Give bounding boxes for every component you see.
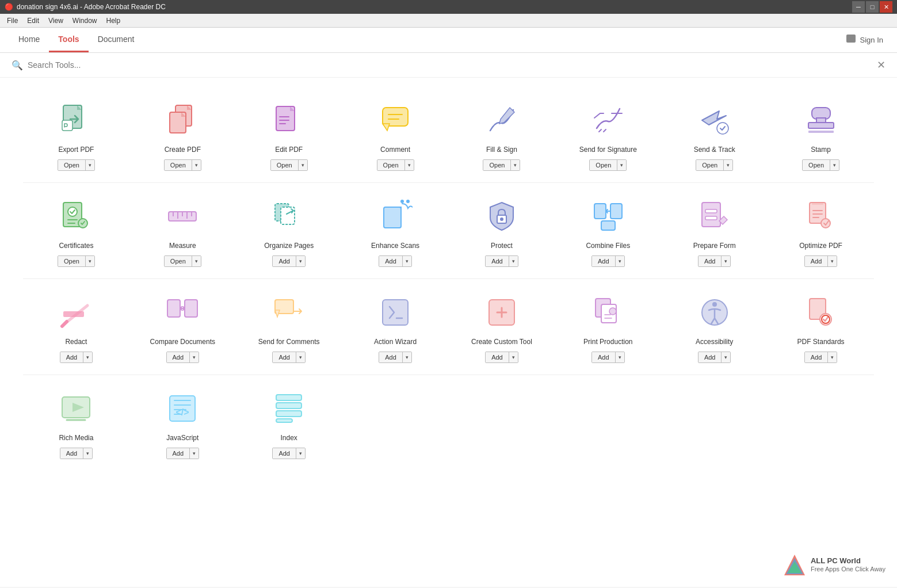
tool-item-rich-media: Rich MediaAdd▾ bbox=[23, 377, 129, 468]
certificates-open-button[interactable]: Open bbox=[58, 256, 86, 266]
index-icon bbox=[269, 389, 308, 428]
print-production-label: Print Production bbox=[583, 338, 632, 347]
tool-item-javascript: </> JavaScriptAdd▾ bbox=[129, 377, 236, 468]
tab-home[interactable]: Home bbox=[9, 28, 49, 52]
stamp-open-button[interactable]: Open bbox=[803, 160, 830, 170]
protect-dropdown-button[interactable]: ▾ bbox=[509, 256, 518, 266]
optimize-pdf-dropdown-button[interactable]: ▾ bbox=[828, 256, 837, 266]
edit-pdf-dropdown-button[interactable]: ▾ bbox=[299, 160, 307, 170]
edit-pdf-open-button[interactable]: Open bbox=[271, 160, 299, 170]
combine-files-add-button[interactable]: Add bbox=[592, 256, 616, 266]
close-search-icon[interactable]: ✕ bbox=[877, 59, 885, 71]
stamp-label: Stamp bbox=[811, 146, 831, 155]
svg-rect-16 bbox=[808, 131, 834, 133]
svg-rect-46 bbox=[167, 300, 180, 317]
accessibility-icon bbox=[695, 293, 734, 332]
tab-document[interactable]: Document bbox=[89, 28, 144, 52]
organize-pages-icon bbox=[269, 197, 308, 236]
index-dropdown-button[interactable]: ▾ bbox=[296, 448, 305, 459]
create-custom-tool-icon bbox=[482, 293, 521, 332]
export-pdf-icon bbox=[56, 101, 96, 140]
sign-in-label: Sign In bbox=[860, 36, 883, 44]
svg-rect-33 bbox=[594, 204, 606, 219]
protect-add-button[interactable]: Add bbox=[486, 256, 509, 266]
export-pdf-open-button[interactable]: Open bbox=[58, 160, 86, 170]
compare-documents-dropdown-button[interactable]: ▾ bbox=[190, 352, 199, 362]
sign-in-button[interactable]: Sign In bbox=[841, 32, 888, 49]
pdf-standards-dropdown-button[interactable]: ▾ bbox=[828, 352, 837, 362]
accessibility-add-button[interactable]: Add bbox=[698, 352, 722, 362]
rich-media-dropdown-button[interactable]: ▾ bbox=[83, 448, 92, 459]
menu-view[interactable]: View bbox=[44, 16, 68, 26]
measure-open-button[interactable]: Open bbox=[165, 256, 192, 266]
app-icon: 🔴 bbox=[5, 3, 13, 11]
send-signature-dropdown-button[interactable]: ▾ bbox=[617, 160, 626, 170]
action-wizard-label: Action Wizard bbox=[374, 338, 417, 347]
redact-label: Redact bbox=[65, 338, 87, 347]
menu-help[interactable]: Help bbox=[102, 16, 125, 26]
tool-item-print-production: Print ProductionAdd▾ bbox=[555, 281, 661, 372]
optimize-pdf-label: Optimize PDF bbox=[799, 242, 842, 251]
maximize-button[interactable]: □ bbox=[866, 1, 879, 13]
action-wizard-dropdown-button[interactable]: ▾ bbox=[403, 352, 411, 362]
javascript-dropdown-button[interactable]: ▾ bbox=[190, 448, 199, 459]
menu-edit[interactable]: Edit bbox=[22, 16, 44, 26]
print-production-dropdown-button[interactable]: ▾ bbox=[616, 352, 624, 362]
pdf-standards-add-button[interactable]: Add bbox=[805, 352, 829, 362]
export-pdf-dropdown-button[interactable]: ▾ bbox=[86, 160, 94, 170]
compare-documents-add-button[interactable]: Add bbox=[167, 352, 190, 362]
pdf-standards-label: PDF Standards bbox=[797, 338, 845, 347]
send-signature-open-button[interactable]: Open bbox=[590, 160, 617, 170]
organize-pages-dropdown-button[interactable]: ▾ bbox=[296, 256, 305, 266]
create-custom-tool-add-button[interactable]: Add bbox=[486, 352, 509, 362]
measure-dropdown-button[interactable]: ▾ bbox=[192, 256, 201, 266]
minimize-button[interactable]: ─ bbox=[852, 1, 865, 13]
redact-dropdown-button[interactable]: ▾ bbox=[83, 352, 92, 362]
stamp-dropdown-button[interactable]: ▾ bbox=[830, 160, 839, 170]
organize-pages-add-button[interactable]: Add bbox=[273, 256, 296, 266]
send-track-dropdown-button[interactable]: ▾ bbox=[724, 160, 732, 170]
comment-dropdown-button[interactable]: ▾ bbox=[405, 160, 414, 170]
optimize-pdf-add-button[interactable]: Add bbox=[805, 256, 829, 266]
tab-tools[interactable]: Tools bbox=[49, 28, 88, 52]
tool-item-send-signature: Send for SignatureOpen▾ bbox=[555, 89, 661, 180]
index-add-button[interactable]: Add bbox=[273, 448, 296, 459]
svg-point-29 bbox=[400, 200, 404, 203]
certificates-dropdown-button[interactable]: ▾ bbox=[86, 256, 94, 266]
search-input[interactable] bbox=[28, 60, 872, 70]
comment-open-button[interactable]: Open bbox=[377, 160, 405, 170]
rich-media-add-button[interactable]: Add bbox=[60, 448, 84, 459]
redact-add-button[interactable]: Add bbox=[60, 352, 84, 362]
window-controls[interactable]: ─ □ ✕ bbox=[852, 1, 892, 13]
fill-sign-dropdown-button[interactable]: ▾ bbox=[511, 160, 520, 170]
send-track-open-button[interactable]: Open bbox=[696, 160, 724, 170]
create-pdf-dropdown-button[interactable]: ▾ bbox=[192, 160, 201, 170]
tool-item-enhance-scans: Enhance ScansAdd▾ bbox=[342, 185, 449, 276]
javascript-add-button[interactable]: Add bbox=[167, 448, 190, 459]
close-button[interactable]: ✕ bbox=[880, 1, 892, 13]
menu-file[interactable]: File bbox=[2, 16, 22, 26]
send-comments-add-button[interactable]: Add bbox=[273, 352, 296, 362]
send-comments-dropdown-button[interactable]: ▾ bbox=[296, 352, 305, 362]
combine-files-icon bbox=[589, 197, 628, 236]
menu-window[interactable]: Window bbox=[68, 16, 102, 26]
svg-rect-35 bbox=[601, 221, 615, 230]
prepare-form-add-button[interactable]: Add bbox=[698, 256, 722, 266]
fill-sign-open-button[interactable]: Open bbox=[483, 160, 511, 170]
tool-item-protect: ProtectAdd▾ bbox=[449, 185, 555, 276]
accessibility-dropdown-button[interactable]: ▾ bbox=[722, 352, 730, 362]
enhance-scans-add-button[interactable]: Add bbox=[379, 256, 403, 266]
create-pdf-open-button[interactable]: Open bbox=[165, 160, 192, 170]
window-title: donation sign 4x6.ai - Adobe Acrobat Rea… bbox=[17, 3, 166, 11]
tool-item-optimize-pdf: Optimize PDFAdd▾ bbox=[768, 185, 874, 276]
send-comments-label: Send for Comments bbox=[258, 338, 320, 347]
combine-files-dropdown-button[interactable]: ▾ bbox=[616, 256, 624, 266]
print-production-add-button[interactable]: Add bbox=[592, 352, 616, 362]
tool-item-send-track: Send & TrackOpen▾ bbox=[661, 89, 768, 180]
prepare-form-dropdown-button[interactable]: ▾ bbox=[722, 256, 730, 266]
enhance-scans-dropdown-button[interactable]: ▾ bbox=[403, 256, 411, 266]
action-wizard-add-button[interactable]: Add bbox=[379, 352, 403, 362]
create-custom-tool-dropdown-button[interactable]: ▾ bbox=[509, 352, 518, 362]
create-pdf-icon bbox=[163, 101, 202, 140]
tool-item-certificates: CertificatesOpen▾ bbox=[23, 185, 129, 276]
